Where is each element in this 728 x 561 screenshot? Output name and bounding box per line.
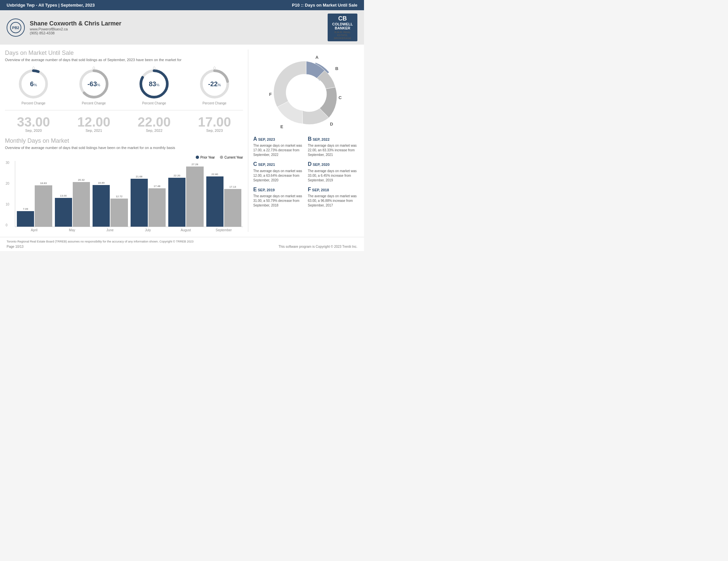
april-bars: 7.09 18.83 [17,182,52,227]
june-prior-rect [93,185,110,227]
april-current-bar: 18.83 [35,182,52,227]
legend-current-dot [220,156,223,159]
seg-title-e: E SEP, 2019 [253,186,304,193]
header-left-title: Uxbridge Twp - All Types | September, 20… [7,3,95,8]
april-prior-value: 7.09 [17,208,34,211]
x-label-may: May [55,228,90,232]
y-label-0: 0 [6,223,9,227]
seg-desc-e: E SEP, 2019 The average days on market w… [253,186,304,208]
header-right-title: P10 :: Days on Market Until Sale [292,3,357,8]
big-number-1: 33.00 Sep, 2020 [5,115,62,133]
right-panel: A B C D E F A SEP, 2023 The average days… [253,50,359,232]
seg-title-f: F SEP, 2018 [308,186,359,193]
agent-phone: (905) 852-4338 [30,31,121,35]
august-current-rect [186,167,203,227]
september-current-value: 17.13 [224,185,241,188]
donut-label-c: C [339,95,342,100]
gauge-2: ⌂ -63% Percent Change [65,67,123,105]
month-september: 22.80 17.13 [206,173,242,227]
may-bars: 13.00 20.32 [55,179,90,227]
august-current-bar: 27.28 [186,163,203,227]
august-prior-rect [168,178,185,227]
april-prior-bar: 7.09 [17,208,34,227]
big-number-1-value: 33.00 [5,115,62,129]
gauge-4-inner: -22% [208,81,221,87]
july-current-rect [148,188,166,227]
legend-current-label: Current Year [224,156,243,159]
donut-label-d: D [330,122,333,127]
may-prior-value: 13.00 [55,194,72,197]
brand-sub: R.M.R. REAL ESTATE, BROKERAGE [331,31,354,40]
gauge-1-container: ⌂ 6% [17,67,50,100]
donut-label-b: B [335,66,338,71]
bar-chart-wrapper: 30 20 10 0 7.09 [15,161,243,232]
agent-info-left: PB2 Shane Coxworth & Chris Larmer www.Po… [7,19,121,37]
big-number-3-label: Sep, 2022 [126,129,183,133]
august-bars: 22.20 27.28 [168,163,204,227]
big-number-4-value: 17.00 [186,115,243,129]
may-prior-rect [55,198,72,227]
big-number-3: 22.00 Sep, 2022 [126,115,183,133]
left-panel: Days on Market Until Sale Overview of th… [5,50,248,232]
days-section-subtitle: Overview of the average number of days t… [5,58,243,62]
june-prior-value: 18.89 [93,181,110,184]
month-july: 21.68 17.48 [131,175,166,227]
july-current-bar: 17.48 [148,185,166,227]
month-april: 7.09 18.83 [17,182,52,227]
donut-label-a: A [315,55,319,60]
september-prior-rect [206,177,223,227]
september-prior-value: 22.80 [206,173,223,176]
august-current-value: 27.28 [186,163,203,166]
brand-icon: CB [331,15,354,22]
seg-title-a: A SEP, 2023 [253,136,304,143]
gauge-4-label: Percent Change [203,101,226,105]
june-current-rect [110,199,128,227]
seg-text-a: The average days on market was 17.00, a … [253,143,304,157]
seg-title-d: D SEP, 2020 [308,161,359,168]
month-august: 22.20 27.28 [168,163,204,227]
brand-logo: CB COLDWELL BANKER R.M.R. REAL ESTATE, B… [328,14,357,41]
svg-text:PB2: PB2 [12,26,19,30]
big-number-2-label: Sep, 2021 [65,129,123,133]
september-bars: 22.80 17.13 [206,173,242,227]
gauge-1: ⌂ 6% Percent Change [5,67,62,105]
gauge-3: ⌂ 83% Percent Change [126,67,183,105]
bars-area: 7.09 18.83 13.0 [15,161,243,227]
seg-text-f: The average days on market was 63.00, a … [308,194,359,208]
big-number-2: 12.00 Sep, 2021 [65,115,123,133]
seg-title-b: B SEP, 2022 [308,136,359,143]
donut-chart: A B C D E F [266,53,346,132]
august-prior-bar: 22.20 [168,174,185,227]
monthly-subtitle: Overview of the average number of days t… [5,145,243,150]
donut-label-f: F [269,92,272,97]
july-prior-bar: 21.68 [131,175,148,227]
big-number-3-value: 22.00 [126,115,183,129]
gauge-3-inner: 83% [149,81,159,87]
month-june: 18.89 12.72 [93,181,128,227]
june-current-bar: 12.72 [110,195,128,227]
footer-pages: Page 10/13 This software program is Copy… [7,245,357,249]
agent-text: Shane Coxworth & Chris Larmer www.Powero… [30,20,121,35]
seg-text-b: The average days on market was 22.00, an… [308,143,359,157]
agent-website: www.PowerofBluex2.ca [30,27,121,31]
footer: Toronto Regional Real Estate Board (TRRE… [0,237,364,251]
gauge-3-container: ⌂ 83% [138,67,171,100]
april-current-value: 18.83 [35,182,52,185]
gauge-4: ⌂ -22% Percent Change [186,67,243,105]
legend-prior-label: Prior Year [200,156,215,159]
gauge-3-label: Percent Change [142,101,166,105]
big-number-4-label: Sep, 2023 [186,129,243,133]
legend-current: Current Year [220,156,243,159]
x-label-june: June [92,228,128,232]
gauge-2-inner: -63% [87,81,100,87]
big-number-2-value: 12.00 [65,115,123,129]
gauge-2-container: ⌂ -63% [77,67,110,100]
gauge-1-inner: 6% [30,81,37,87]
y-label-20: 20 [6,182,9,185]
legend-prior: Prior Year [196,156,215,159]
september-current-bar: 17.13 [224,185,241,227]
gauge-2-label: Percent Change [82,101,106,105]
y-label-10: 10 [6,203,9,206]
july-current-value: 17.48 [148,185,166,188]
gauge-row: ⌂ 6% Percent Change ⌂ [5,67,243,110]
